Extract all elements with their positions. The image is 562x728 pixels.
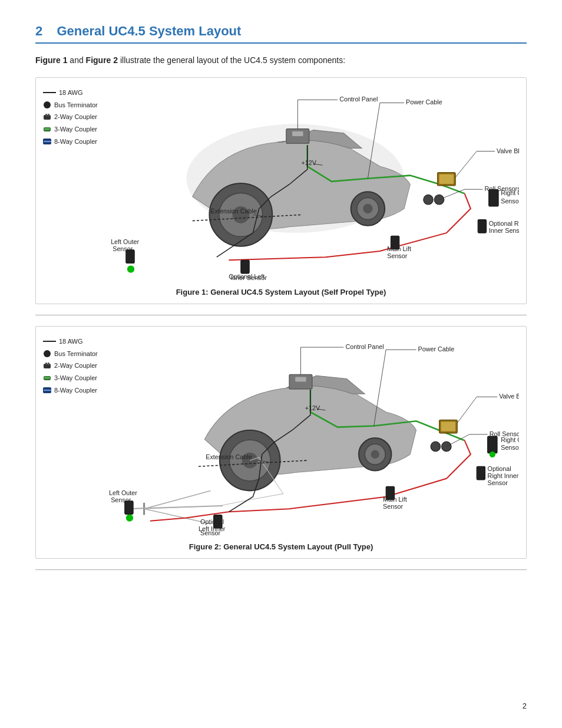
svg-text:Sensor: Sensor	[387, 252, 408, 259]
figure1-caption: Figure 1: General UC4.5 System Layout (S…	[43, 288, 519, 297]
svg-line-42	[455, 151, 477, 177]
section-number: 2	[35, 24, 42, 38]
legend2-2way-label: 2-Way Coupler	[54, 360, 97, 371]
svg-point-90	[442, 442, 451, 451]
svg-rect-29	[478, 220, 486, 233]
svg-text:Optional Right: Optional Right	[489, 220, 519, 227]
svg-point-92	[490, 452, 495, 457]
svg-rect-3	[48, 114, 49, 116]
svg-point-32	[127, 266, 134, 273]
figure2-caption: Figure 2: General UC4.5 System Layout (P…	[43, 542, 519, 551]
svg-text:+12V: +12V	[305, 404, 320, 411]
svg-text:Sensor: Sensor	[383, 503, 404, 510]
svg-text:Control Panel: Control Panel	[339, 95, 378, 103]
2way-coupler-icon	[43, 113, 51, 121]
svg-point-10	[45, 141, 47, 142]
figure2-block: 18 AWG Bus Terminator 2-Way Coupler	[35, 326, 527, 559]
legend-3way-label: 3-Way Coupler	[54, 124, 97, 135]
svg-line-81	[126, 506, 223, 509]
svg-point-13	[49, 141, 51, 142]
legend2-bus-label: Bus Terminator	[54, 348, 98, 360]
svg-point-70	[45, 390, 47, 391]
svg-text:Power Cable: Power Cable	[418, 345, 455, 353]
svg-rect-25	[439, 174, 454, 184]
svg-point-26	[424, 195, 433, 204]
svg-rect-1	[44, 115, 51, 120]
svg-point-73	[49, 390, 51, 391]
legend-18awg-label: 18 AWG	[59, 87, 83, 98]
bus-terminator2-icon	[43, 350, 51, 358]
divider1	[35, 315, 527, 315]
svg-text:+12V: +12V	[301, 159, 316, 166]
legend2-3way: 3-Way Coupler	[43, 373, 114, 384]
svg-rect-85	[289, 374, 312, 389]
svg-rect-93	[477, 466, 485, 480]
svg-text:Main Lift: Main Lift	[387, 245, 411, 252]
svg-point-79	[371, 450, 379, 459]
legend2-18awg-label: 18 AWG	[59, 336, 83, 347]
svg-point-89	[431, 442, 440, 451]
svg-point-72	[48, 390, 49, 391]
svg-point-20	[363, 204, 372, 213]
svg-text:Optional: Optional	[488, 465, 511, 472]
svg-text:Left Outer: Left Outer	[109, 489, 137, 496]
svg-rect-86	[295, 377, 306, 381]
svg-rect-63	[48, 363, 49, 365]
legend-8way: 8-Way Coupler	[43, 136, 114, 147]
legend-2way-label: 2-Way Coupler	[54, 111, 97, 123]
svg-text:Valve Block: Valve Block	[497, 147, 519, 154]
legend2-18awg: 18 AWG	[43, 336, 114, 347]
svg-point-96	[126, 514, 133, 521]
legend-bus-terminator: Bus Terminator	[43, 100, 114, 111]
legend-line-icon	[43, 92, 56, 93]
figure2-svg: +12V Control Panel Power Cable Valve Blo…	[108, 336, 519, 536]
svg-point-9	[44, 141, 45, 142]
svg-text:Control Panel: Control Panel	[345, 343, 384, 350]
svg-point-7	[48, 128, 50, 130]
legend-8way-label: 8-Way Coupler	[54, 136, 97, 147]
legend-3way: 3-Way Coupler	[43, 124, 114, 135]
svg-point-71	[47, 390, 48, 391]
svg-point-27	[434, 195, 444, 204]
svg-text:Inner Sensor: Inner Sensor	[489, 227, 519, 234]
section-title-text: General UC4.5 System Layout	[57, 24, 241, 38]
svg-rect-91	[488, 436, 497, 453]
legend2-line-icon	[43, 341, 56, 342]
2way-coupler2-icon	[43, 362, 51, 370]
page-number: 2	[523, 701, 527, 710]
8way-coupler2-icon	[43, 386, 51, 394]
figure2-ref: Figure 2	[86, 55, 118, 65]
intro-paragraph: Figure 1 and Figure 2 illustrate the gen…	[35, 54, 527, 67]
svg-point-0	[44, 101, 51, 108]
svg-point-67	[48, 377, 50, 379]
svg-text:Inner Sensor: Inner Sensor	[230, 274, 267, 281]
svg-text:Sensor: Sensor	[113, 245, 133, 252]
intro-mid: and	[67, 55, 85, 65]
svg-text:Left Outer: Left Outer	[111, 238, 139, 245]
svg-point-69	[44, 390, 45, 391]
figure1-diagram: 18 AWG Bus Terminator 2-Way Coupler	[43, 87, 519, 282]
svg-text:Sensor: Sensor	[111, 496, 131, 503]
divider2	[35, 569, 527, 570]
svg-rect-33	[241, 260, 249, 274]
legend-2way: 2-Way Coupler	[43, 111, 114, 123]
svg-line-45	[439, 189, 465, 199]
figure1-block: 18 AWG Bus Terminator 2-Way Coupler	[35, 77, 527, 304]
svg-text:Right Inner: Right Inner	[488, 472, 519, 479]
svg-line-106	[457, 397, 477, 423]
svg-text:Right Outer: Right Outer	[501, 436, 519, 443]
svg-text:Extension Cable: Extension Cable	[206, 453, 252, 460]
svg-text:Right Outer: Right Outer	[501, 189, 519, 196]
3way-coupler2-icon	[43, 374, 51, 382]
svg-text:Power Cable: Power Cable	[406, 99, 442, 106]
svg-rect-2	[45, 114, 47, 116]
legend2-3way-label: 3-Way Coupler	[54, 373, 97, 384]
8way-coupler-icon	[43, 137, 51, 146]
svg-rect-88	[441, 421, 456, 431]
legend1: 18 AWG Bus Terminator 2-Way Coupler	[43, 87, 114, 148]
bus-terminator-icon	[43, 101, 51, 109]
svg-text:Sensor: Sensor	[488, 479, 508, 486]
legend-18awg: 18 AWG	[43, 87, 114, 98]
svg-point-60	[44, 350, 51, 357]
svg-text:Sensor: Sensor	[501, 197, 519, 205]
